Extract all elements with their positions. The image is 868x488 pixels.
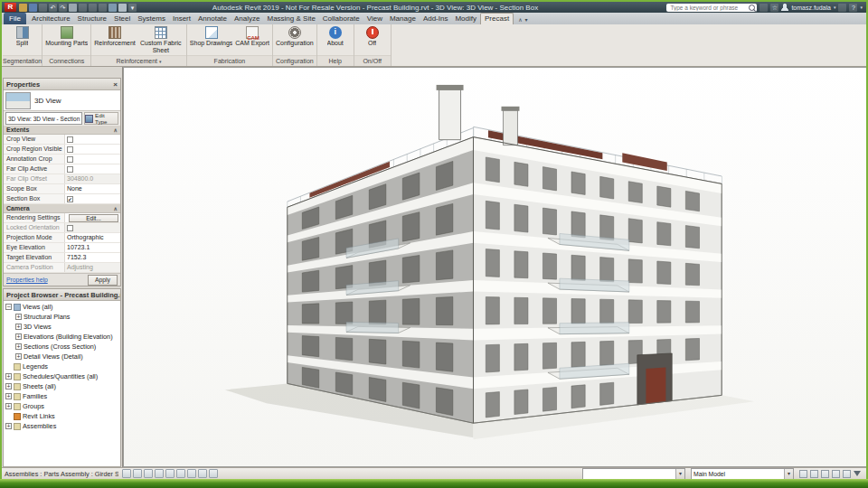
sync-icon[interactable] xyxy=(39,4,47,12)
off-button[interactable]: Off xyxy=(356,25,389,55)
tree-item-assemblies[interactable]: +Assemblies xyxy=(5,421,120,431)
drawing-area[interactable] xyxy=(123,67,866,467)
tab-view[interactable]: View xyxy=(363,14,386,24)
sun-path-icon[interactable] xyxy=(155,469,164,478)
customize-qat-icon[interactable]: ▾ xyxy=(128,4,137,12)
properties-help-link[interactable]: Properties help xyxy=(6,277,48,283)
communication-center-icon[interactable] xyxy=(760,4,768,12)
section-header-extents[interactable]: Extents∧ xyxy=(4,126,120,135)
tree-item-groups[interactable]: +Groups xyxy=(5,401,120,411)
expand-box-icon[interactable]: + xyxy=(15,324,22,330)
crop-region-visible-checkbox[interactable] xyxy=(64,145,120,154)
target-elevation-value[interactable]: 7152.3 xyxy=(64,253,120,262)
temporary-hide-isolate-icon[interactable] xyxy=(198,469,207,478)
crop-view-checkbox[interactable] xyxy=(64,135,120,144)
user-menu-chevron-icon[interactable]: ▾ xyxy=(834,5,836,10)
expand-box-icon[interactable]: + xyxy=(5,423,12,429)
tree-item-detail-views[interactable]: +Detail Views (Detail) xyxy=(5,352,120,361)
scale-icon[interactable] xyxy=(122,469,131,478)
design-options-select[interactable]: Main Model ▾ xyxy=(691,468,794,480)
eye-elevation-value[interactable]: 10723.1 xyxy=(64,243,120,252)
properties-header[interactable]: Properties × xyxy=(4,79,120,90)
tree-item-views-all[interactable]: −Views (all) xyxy=(5,302,120,312)
about-button[interactable]: i About xyxy=(319,25,352,55)
collapse-box-icon[interactable]: − xyxy=(5,304,12,310)
projection-mode-value[interactable]: Orthographic xyxy=(64,233,120,242)
tree-item-3d-views[interactable]: +3D Views xyxy=(5,322,120,332)
cam-export-button[interactable]: CAM CAM Export xyxy=(234,25,270,55)
section-icon[interactable] xyxy=(118,4,127,12)
open-icon[interactable] xyxy=(19,4,27,12)
tree-item-elevations[interactable]: +Elevations (Building Elevation) xyxy=(5,332,120,342)
tab-systems[interactable]: Systems xyxy=(134,14,169,24)
tab-precast[interactable]: Precast xyxy=(480,13,514,24)
search-icon[interactable] xyxy=(749,5,755,11)
expand-box-icon[interactable]: + xyxy=(15,333,22,340)
detail-level-icon[interactable] xyxy=(133,469,142,478)
tab-collaborate[interactable]: Collaborate xyxy=(319,14,363,24)
tree-item-structural-plans[interactable]: +Structural Plans xyxy=(5,312,120,322)
redo-icon[interactable]: ↷ xyxy=(59,4,67,12)
filter-icon[interactable] xyxy=(854,471,861,476)
chevron-down-icon[interactable]: ▾ xyxy=(675,469,684,479)
tag-icon[interactable] xyxy=(99,4,107,12)
tab-steel[interactable]: Steel xyxy=(110,14,134,24)
edit-type-button[interactable]: Edit Type xyxy=(84,112,118,125)
aligned-dimension-icon[interactable] xyxy=(89,4,97,12)
configuration-button[interactable]: Configuration xyxy=(275,25,315,55)
tree-item-schedules[interactable]: +Schedules/Quantities (all) xyxy=(5,371,120,381)
show-crop-region-icon[interactable] xyxy=(187,469,196,478)
close-icon[interactable]: × xyxy=(113,80,118,89)
tab-insert[interactable]: Insert xyxy=(169,14,194,24)
reveal-hidden-elements-icon[interactable] xyxy=(209,469,218,478)
panel-label-reinforcement[interactable]: Reinforcement▾ xyxy=(91,55,186,66)
expand-box-icon[interactable]: + xyxy=(15,343,22,350)
visual-style-icon[interactable] xyxy=(144,469,153,478)
select-underlay-toggle-icon[interactable] xyxy=(810,470,818,478)
ribbon-cycle-icon[interactable]: ▾ xyxy=(525,16,528,23)
select-pinned-toggle-icon[interactable] xyxy=(821,470,829,478)
section-box-checkbox[interactable]: ✔ xyxy=(64,194,120,203)
custom-fabric-sheet-button[interactable]: Custom Fabric Sheet xyxy=(137,25,184,55)
chevron-down-icon[interactable]: ▾ xyxy=(784,469,793,479)
scope-box-value[interactable]: None xyxy=(64,184,120,193)
expand-box-icon[interactable]: + xyxy=(15,314,22,320)
select-links-toggle-icon[interactable] xyxy=(799,470,807,478)
undo-icon[interactable]: ↶ xyxy=(49,4,57,12)
tab-architecture[interactable]: Architecture xyxy=(28,14,74,24)
revit-logo[interactable]: R xyxy=(5,3,16,12)
default-3d-view-icon[interactable] xyxy=(108,4,117,12)
tab-annotate[interactable]: Annotate xyxy=(194,14,231,24)
split-button[interactable]: Split xyxy=(6,25,39,55)
expand-box-icon[interactable]: + xyxy=(5,393,12,399)
tab-modify[interactable]: Modify xyxy=(451,14,480,24)
favorites-icon[interactable]: ☆ xyxy=(770,4,778,12)
expand-box-icon[interactable]: + xyxy=(15,353,22,360)
view-instance-select[interactable]: 3D View: 3D View - Section Box ▾ xyxy=(5,112,82,125)
collapse-icon[interactable]: ∧ xyxy=(114,127,118,133)
tree-item-families[interactable]: +Families xyxy=(5,391,120,401)
rendering-settings-edit-button[interactable]: Edit... xyxy=(69,214,118,222)
app-store-icon[interactable] xyxy=(838,4,846,12)
tab-file[interactable]: File xyxy=(4,13,26,24)
tab-add-ins[interactable]: Add-Ins xyxy=(420,14,452,24)
project-browser-header[interactable]: Project Browser - Precast Building.rvt × xyxy=(4,289,120,301)
crop-view-icon[interactable] xyxy=(176,469,185,478)
measure-icon[interactable] xyxy=(79,4,87,12)
tree-item-revit-links[interactable]: Revit Links xyxy=(5,411,120,421)
shop-drawings-button[interactable]: Shop Drawings xyxy=(189,25,233,55)
apply-button[interactable]: Apply xyxy=(88,275,118,286)
print-icon[interactable] xyxy=(69,4,77,12)
type-selector[interactable]: 3D View xyxy=(4,90,120,111)
section-header-camera[interactable]: Camera∧ xyxy=(4,204,120,213)
tab-manage[interactable]: Manage xyxy=(386,14,420,24)
help-icon[interactable]: ? xyxy=(849,4,857,12)
mounting-parts-button[interactable]: Mounting Parts xyxy=(44,25,89,55)
annotation-crop-checkbox[interactable] xyxy=(64,155,120,164)
panel-dropdown-icon[interactable]: ▾ xyxy=(159,59,162,64)
expand-box-icon[interactable]: + xyxy=(5,373,12,380)
tree-item-legends[interactable]: Legends xyxy=(5,361,120,371)
tab-analyze[interactable]: Analyze xyxy=(231,14,263,24)
minimize-ribbon-icon[interactable]: ∧ xyxy=(518,16,522,23)
username[interactable]: tomasz.fudala xyxy=(791,5,831,11)
